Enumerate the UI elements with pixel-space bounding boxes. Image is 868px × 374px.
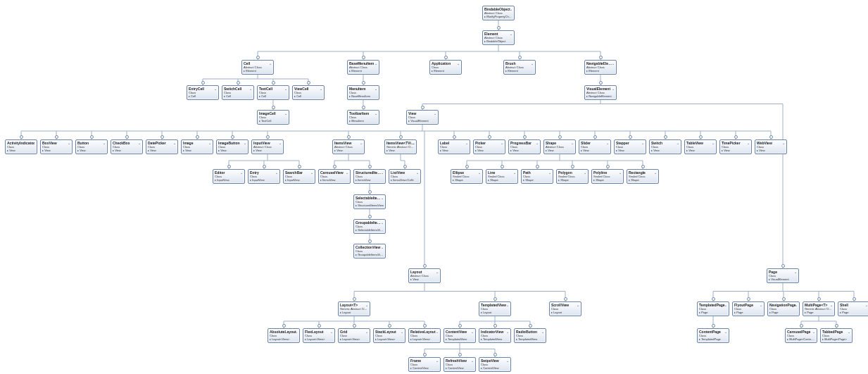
class-node-Slider[interactable]: SliderClassView⌄ [579,139,611,154]
class-node-Polyline[interactable]: PolylineSealed ClassShape⌄ [591,169,624,184]
class-node-Layout[interactable]: LayoutAbstract ClassView⌄ [408,268,441,283]
class-node-Element[interactable]: ElementAbstract ClassBindableObject⌄ [482,30,515,45]
class-base: Element [349,69,377,73]
class-base: INotifyPropertyChang… [484,15,512,18]
class-node-BoxView[interactable]: BoxViewClassView⌄ [40,139,73,154]
class-base: View [686,149,715,152]
inheritance-icon [333,165,336,168]
class-node-IndicatorView[interactable]: IndicatorViewClassTemplatedView⌄ [479,328,511,343]
class-node-Shape[interactable]: ShapeAbstract ClassView⌄ [543,139,576,154]
class-node-FlyoutPage[interactable]: FlyoutPageClassPage⌄ [732,301,765,316]
class-node-Image[interactable]: ImageClassView⌄ [181,139,213,154]
class-node-MenuItem[interactable]: MenuItemClassBaseMenuItem⌄ [347,85,379,100]
class-node-CarouselPage[interactable]: CarouselPageClassMultiPage<ContentP…⌄ [785,328,817,343]
class-node-Picker[interactable]: PickerClassView⌄ [473,139,505,154]
inheritance-icon [835,324,838,328]
class-node-RelativeLayout[interactable]: RelativeLayoutClassLayout<View>⌄ [408,328,441,343]
class-node-Application[interactable]: ApplicationClassElement⌄ [429,60,462,75]
class-node-NavigationPage[interactable]: NavigationPageClassPage⌄ [767,301,800,316]
class-node-GroupableItems[interactable]: GroupableItem…ClassSelectableItemsView⌄ [353,219,386,234]
class-node-DatePicker[interactable]: DatePickerClassView⌄ [146,139,178,154]
class-node-FlexLayout[interactable]: FlexLayoutClassLayout<View>⌄ [303,328,335,343]
class-node-Polygon[interactable]: PolygonSealed ClassShape⌄ [556,169,589,184]
inheritance-icon [421,106,424,109]
class-node-ScrollView[interactable]: ScrollViewClassLayout⌄ [549,301,581,316]
class-node-CollectionView[interactable]: CollectionViewClassGroupableItemsView⌄ [353,244,386,258]
class-node-ItemsViewT[interactable]: ItemsView<TVisu…Generic Abstract ClassVi… [384,139,417,154]
class-node-Grid[interactable]: GridClassLayout<View>⌄ [338,328,370,343]
class-node-StructuredItems[interactable]: StructuredItem…ClassItemsView⌄ [353,169,386,184]
class-node-TemplatedView[interactable]: TemplatedViewClassLayout⌄ [479,301,511,316]
class-node-Line[interactable]: LineSealed ClassShape⌄ [486,169,518,184]
class-node-MultiPageT[interactable]: MultiPage<T>Generic Abstract ClassPage⌄ [803,301,835,316]
class-node-TimePicker[interactable]: TimePickerClassView⌄ [719,139,752,154]
class-node-Rectangle[interactable]: RectangleSealed ClassShape⌄ [627,169,659,184]
class-node-ListView[interactable]: ListViewClassItemsView<Cell>⌄ [389,169,421,184]
class-base: View [440,149,468,152]
class-node-SelectableItems[interactable]: SelectableItem…ClassStructuredItemsView⌄ [353,194,386,209]
class-node-ImageButton[interactable]: ImageButtonClassView⌄ [216,139,249,154]
class-node-EntryCell[interactable]: EntryCellClassCell⌄ [187,85,219,100]
class-base: View [722,149,750,152]
class-node-TabbedPage[interactable]: TabbedPageClassMultiPage<Page>⌄ [820,328,853,343]
class-node-TableView[interactable]: TableViewClassView⌄ [684,139,717,154]
class-base: View [616,149,644,152]
class-node-Switch[interactable]: SwitchClassView⌄ [649,139,681,154]
inheritance-icon [161,135,164,139]
class-node-CarouselView[interactable]: CarouselViewClassItemsView⌄ [318,169,351,184]
class-node-VisualElement[interactable]: VisualElementAbstract ClassNavigableElem… [584,85,617,100]
class-node-ProgressBar[interactable]: ProgressBarClassView⌄ [508,139,541,154]
class-node-ContentView[interactable]: ContentViewClassTemplatedView⌄ [444,328,476,343]
class-node-ContentPage[interactable]: ContentPageClassTemplatedPage⌄ [697,328,729,343]
class-node-RadioButton[interactable]: RadioButtonClassTemplatedView⌄ [514,328,546,343]
class-node-LayoutT[interactable]: Layout<T>Generic Abstract ClassLayout⌄ [338,301,370,316]
class-node-ActivityIndicator[interactable]: ActivityIndicatorClassView⌄ [5,139,37,154]
class-node-Frame[interactable]: FrameClassContentView⌄ [408,357,441,372]
class-node-Label[interactable]: LabelClassView⌄ [438,139,470,154]
class-node-AbsoluteLayout[interactable]: AbsoluteLayoutClassLayout<View>⌄ [268,328,300,343]
class-node-ViewCell[interactable]: ViewCellClassCell⌄ [292,85,325,100]
class-node-NavigableElement[interactable]: NavigableElementAbstract ClassElement⌄ [584,60,617,75]
class-base: TextCell [259,119,287,123]
class-node-RefreshView[interactable]: RefreshViewClassContentView⌄ [444,357,476,372]
class-node-ItemsView[interactable]: ItemsViewAbstract ClassView⌄ [332,139,365,154]
class-node-SwitchCell[interactable]: SwitchCellClassCell⌄ [222,85,254,100]
class-node-Stepper[interactable]: StepperClassView⌄ [614,139,646,154]
class-node-Brush[interactable]: BrushAbstract ClassElement⌄ [503,60,536,75]
class-node-Entry[interactable]: EntryClassInputView⌄ [248,169,280,184]
class-node-View[interactable]: ViewClassVisualElement⌄ [406,110,439,125]
class-base: ItemsView<Cell> [391,178,419,182]
inheritance-icon [266,135,270,139]
class-base: Layout [551,311,579,314]
class-node-InputView[interactable]: InputViewAbstract ClassView⌄ [251,139,284,154]
class-base: View [218,149,246,152]
class-node-BindableObject[interactable]: BindableObjectAbstract ClassINotifyPrope… [482,6,515,20]
class-node-StackLayout[interactable]: StackLayoutClassLayout<View>⌄ [373,328,405,343]
class-node-ToolbarItem[interactable]: ToolbarItemClassMenuItem⌄ [347,110,379,125]
class-node-BaseMenuItem[interactable]: BaseMenuItemAbstract ClassElement⌄ [347,60,379,75]
class-node-TextCell[interactable]: TextCellClassCell⌄ [257,85,289,100]
class-node-Button[interactable]: ButtonClassView⌄ [75,139,108,154]
class-node-Cell[interactable]: CellAbstract ClassElement⌄ [241,60,274,75]
class-base: Shape [453,178,481,182]
inheritance-icon [368,190,372,194]
class-node-SwipeView[interactable]: SwipeViewClassContentView⌄ [479,357,511,372]
inheritance-icon [368,165,372,168]
inheritance-icon [423,353,427,356]
inheritance-icon [90,135,94,139]
class-base: InputView [285,178,313,182]
class-node-Ellipse[interactable]: EllipseSealed ClassShape⌄ [451,169,483,184]
class-node-CheckBox[interactable]: CheckBoxClassView⌄ [111,139,143,154]
class-base: View [581,149,609,152]
class-node-Page[interactable]: PageClassVisualElement⌄ [767,268,799,283]
inheritance-icon [501,165,504,168]
class-node-TemplatedPage[interactable]: TemplatedPageClassPage⌄ [697,301,729,316]
class-node-WebView[interactable]: WebViewClassView⌄ [755,139,787,154]
inheritance-icon [444,56,448,59]
class-node-SearchBar[interactable]: SearchBarClassInputView⌄ [283,169,315,184]
class-node-Shell[interactable]: ShellClassPage⌄ [838,301,868,316]
class-node-Editor[interactable]: EditorClassInputView⌄ [213,169,245,184]
class-node-ImageCell[interactable]: ImageCellClassTextCell⌄ [257,110,289,125]
class-node-Path[interactable]: PathClassShape⌄ [521,169,553,184]
inheritance-icon [125,135,129,139]
